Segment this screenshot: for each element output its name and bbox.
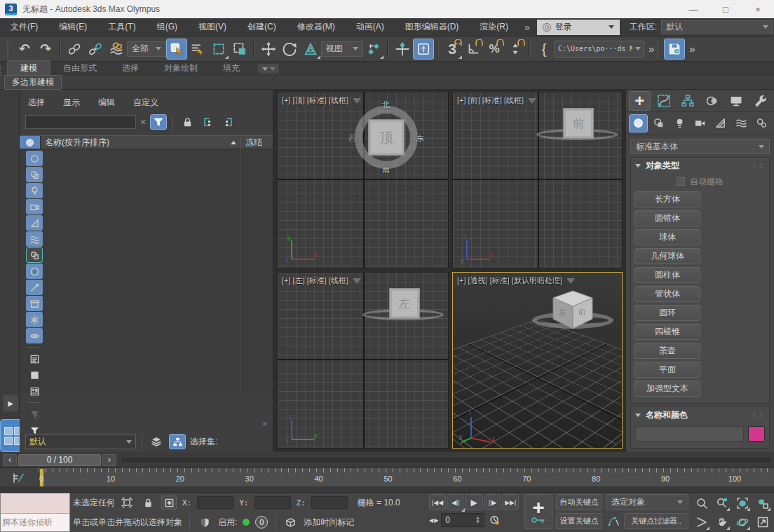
viewcube-3d[interactable]: 左 前: [538, 288, 608, 337]
per-view-filter-icon[interactable]: [528, 98, 536, 104]
close-icon[interactable]: ×: [742, 0, 774, 18]
object-type-rollout-header[interactable]: 对象类型 ⋮⋮: [631, 158, 769, 173]
create-box-button[interactable]: 长方体: [634, 191, 700, 207]
viewcube-face[interactable]: 顶: [368, 119, 405, 156]
menu-group[interactable]: 组(G): [147, 18, 188, 36]
menu-create[interactable]: 创建(C): [237, 18, 287, 36]
create-torus-button[interactable]: 圆环: [634, 305, 700, 321]
maximize-viewport-toggle-icon[interactable]: [754, 513, 771, 531]
tab-create[interactable]: +: [629, 91, 651, 111]
column-header-name[interactable]: 名称(按升序排序): [41, 137, 241, 149]
adaptive-degradation-shield-icon[interactable]: [197, 515, 212, 529]
time-slider-handle[interactable]: 0 / 100: [18, 454, 101, 466]
viewport-front[interactable]: [+] [前] [标准] [线框] 前 zxy: [452, 92, 623, 268]
bind-to-spacewarp-icon[interactable]: [106, 39, 127, 60]
previous-frame-arrow[interactable]: ‹: [3, 454, 17, 466]
create-cone-button[interactable]: 圆锥体: [634, 210, 700, 226]
mini-curve-editor-button[interactable]: [0, 468, 39, 487]
viewcube[interactable]: 北 东 南 西 顶: [350, 101, 423, 174]
object-color-swatch[interactable]: [748, 426, 765, 442]
select-and-place-button[interactable]: [413, 39, 434, 60]
layer-list-icon[interactable]: [148, 434, 165, 449]
filter-bones-icon[interactable]: [26, 280, 43, 295]
time-tag-cube-icon[interactable]: [283, 515, 298, 529]
redo-icon[interactable]: ↷: [35, 39, 56, 60]
z-coordinate-field[interactable]: [311, 496, 348, 509]
listener-label[interactable]: 脚本迷你侦听: [1, 514, 69, 531]
per-view-filter-icon[interactable]: [353, 98, 361, 104]
scene-explorer-toggle-icon[interactable]: [169, 434, 186, 449]
viewcube-face[interactable]: 左: [389, 288, 420, 319]
selection-lock-icon[interactable]: [140, 496, 156, 510]
footer-overflow-icon[interactable]: »: [262, 418, 266, 428]
category-shapes[interactable]: [650, 114, 668, 132]
frame-spinner[interactable]: ▲▼: [475, 516, 480, 525]
create-pyramid-button[interactable]: 四棱锥: [634, 324, 700, 340]
menu-tools[interactable]: 工具(T): [97, 18, 146, 36]
minimize-icon[interactable]: —: [677, 0, 710, 18]
view-list-icon[interactable]: [26, 351, 43, 367]
category-lights[interactable]: [670, 114, 688, 132]
create-geosphere-button[interactable]: 几何球体: [634, 248, 700, 264]
viewport-top[interactable]: [+] [顶] [标准] [线框] 北 东 南 西 顶 yxz: [277, 92, 449, 268]
select-and-manipulate-icon[interactable]: [392, 39, 413, 60]
login-button[interactable]: 登录: [537, 20, 620, 35]
viewcube[interactable]: 左: [368, 282, 438, 332]
select-and-scale-icon[interactable]: [300, 39, 321, 60]
ribbon-tab-populate[interactable]: 填充: [210, 61, 252, 76]
isolate-selection-icon[interactable]: [119, 496, 135, 510]
menu-rendering[interactable]: 渲染(R): [469, 18, 519, 36]
column-display-toggle[interactable]: [20, 136, 41, 149]
filter-containers-icon[interactable]: [26, 296, 43, 311]
ribbon-tab-object-paint[interactable]: 对象绘制: [151, 61, 210, 76]
key-mode-dropdown[interactable]: 选定对象: [606, 494, 688, 510]
degradation-zero-badge[interactable]: 0: [255, 516, 268, 528]
save-file-icon[interactable]: [664, 39, 685, 60]
selection-filter-dropdown[interactable]: 全部: [127, 41, 166, 57]
menu-edit[interactable]: 编辑(E): [48, 18, 97, 36]
view-detail-icon[interactable]: [26, 383, 43, 399]
spinner-snap-toggle-icon[interactable]: [505, 39, 526, 60]
maxscript-mini-listener[interactable]: 脚本迷你侦听: [0, 493, 70, 532]
key-filters-button[interactable]: 关键点过滤器..: [624, 513, 688, 529]
tab-modify[interactable]: [653, 91, 674, 111]
name-color-rollout-header[interactable]: 名称和颜色 ⋮⋮: [631, 407, 769, 423]
column-header-frozen[interactable]: 冻结: [241, 137, 273, 149]
create-cylinder-button[interactable]: 圆柱体: [634, 267, 700, 283]
create-teapot-button[interactable]: 茶壶: [634, 343, 700, 359]
time-configuration-icon[interactable]: [487, 513, 502, 527]
compass-east[interactable]: 东: [416, 133, 424, 144]
active-layer-dropdown[interactable]: 默认: [25, 434, 136, 449]
set-keys-button[interactable]: +: [524, 494, 552, 529]
pan-hand-icon[interactable]: [713, 513, 731, 531]
next-frame-arrow[interactable]: ›: [102, 454, 116, 466]
category-cameras[interactable]: [691, 114, 709, 132]
pick-child-icon[interactable]: [221, 114, 238, 130]
compass-west[interactable]: 西: [348, 133, 356, 144]
filter-helpers-icon[interactable]: [26, 215, 43, 231]
viewcube[interactable]: 前: [542, 102, 612, 151]
category-helpers[interactable]: [712, 114, 730, 132]
filter-cameras-icon[interactable]: [26, 199, 43, 214]
object-name-input[interactable]: [635, 426, 744, 442]
category-geometry[interactable]: [629, 114, 648, 132]
window-crossing-toggle-icon[interactable]: [229, 39, 250, 60]
tab-hierarchy[interactable]: [677, 91, 698, 111]
absolute-offset-toggle-icon[interactable]: [161, 496, 177, 510]
tab-motion[interactable]: [702, 91, 723, 111]
orbit-icon[interactable]: [733, 513, 751, 531]
filter-hidden-icon[interactable]: [26, 328, 43, 343]
category-systems[interactable]: [753, 114, 771, 132]
view-blank-icon[interactable]: [26, 367, 43, 383]
next-frame-button[interactable]: ||▶: [484, 494, 501, 510]
viewport-left[interactable]: [+] [左] [标准] [线框] 左 zyx: [277, 272, 449, 449]
menu-modifiers[interactable]: 修改器(M): [287, 18, 346, 36]
reference-coordinate-dropdown[interactable]: 视图: [321, 41, 363, 57]
select-link-icon[interactable]: [64, 39, 85, 60]
create-tube-button[interactable]: 管状体: [634, 286, 700, 302]
toolbar-grip[interactable]: [7, 40, 10, 58]
compass-south[interactable]: 南: [382, 165, 390, 175]
viewport-label-perspective[interactable]: [+] [透视] [标准] [默认明暗处理]: [457, 275, 575, 286]
ribbon-tab-freeform[interactable]: 自由形式: [50, 61, 109, 76]
project-folder-dropdown[interactable]: C:\Users\po···ds Max 2024: [555, 41, 644, 57]
